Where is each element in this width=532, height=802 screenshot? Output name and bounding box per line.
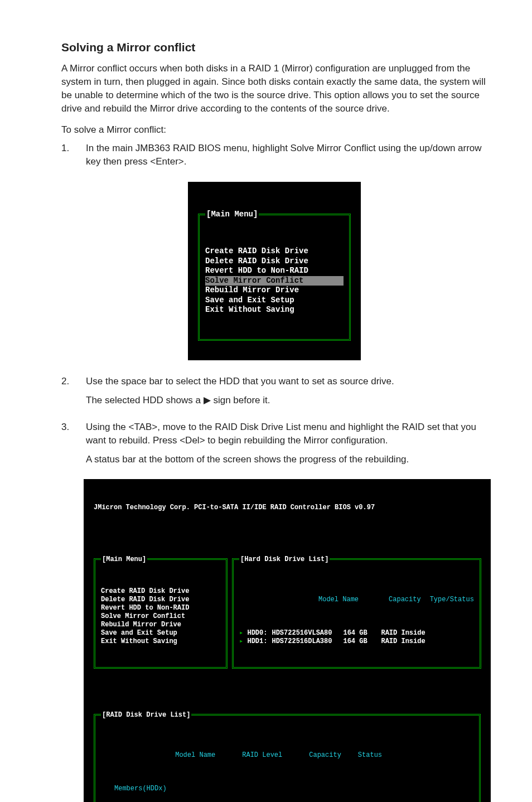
- menu-item: Rebuild Mirror Drive: [205, 286, 344, 296]
- hdd-header-type: Type/Status: [430, 596, 474, 603]
- step-2-extra: The selected HDD shows a ▶ sign before i…: [86, 394, 487, 407]
- step-3-number: 3.: [61, 421, 86, 471]
- menu-item: Rebuild Mirror Drive: [101, 621, 220, 629]
- menu-item: Create RAID Disk Drive: [205, 247, 344, 257]
- menu-item: Delete RAID Disk Drive: [101, 596, 220, 604]
- hdd-list-title: [Hard Disk Drive List]: [239, 555, 330, 564]
- hdd-row: ▸ HDD0:HDS722516VLSA80164 GBRAID Inside: [239, 629, 474, 637]
- triangle-icon: ▸: [239, 637, 243, 646]
- step-3-text: Using the <TAB>, move to the RAID Disk D…: [86, 421, 487, 447]
- menu-item: Revert HDD to Non-RAID: [205, 266, 344, 276]
- main-menu-panel: [Main Menu] Create RAID Disk DriveDelete…: [94, 558, 228, 669]
- menu-item: Solve Mirror Conflict: [205, 276, 344, 286]
- hdd-list-panel: [Hard Disk Drive List] Model NameCapacit…: [232, 558, 481, 669]
- step-2-number: 2.: [61, 375, 86, 413]
- raid-list-title: [RAID Disk Drive List]: [101, 711, 191, 719]
- hdd-row: ▸ HDD1:HDS722516DLA380164 GBRAID Inside: [239, 637, 474, 646]
- step-2-text: Use the space bar to select the HDD that…: [86, 375, 487, 388]
- step-3: 3. Using the <TAB>, move to the RAID Dis…: [61, 421, 487, 471]
- hdd-header-capacity: Capacity: [389, 596, 421, 603]
- menu-item: Revert HDD to Non-RAID: [101, 604, 220, 612]
- bios-header: JMicron Technology Corp. PCI-to-SATA II/…: [94, 504, 481, 512]
- raid-header-model: Model Name: [175, 751, 215, 759]
- raid-list-panel: [RAID Disk Drive List] Model NameRAID Le…: [94, 714, 481, 802]
- menu-item: Delete RAID Disk Drive: [205, 257, 344, 267]
- raid-members-label: Members(HDDx): [101, 785, 473, 793]
- menu-item: Solve Mirror Conflict: [101, 612, 220, 621]
- main-menu-title: [Main Menu]: [205, 210, 259, 220]
- step-1: 1. In the main JMB363 RAID BIOS menu, hi…: [61, 142, 487, 174]
- main-menu-box: [Main Menu] Create RAID Disk DriveDelete…: [198, 214, 351, 341]
- raid-header-capacity: Capacity: [309, 751, 341, 759]
- main-menu-terminal: [Main Menu] Create RAID Disk DriveDelete…: [188, 182, 361, 361]
- menu-item: Save and Exit Setup: [205, 296, 344, 306]
- step-3-extra: A status bar at the bottom of the screen…: [86, 453, 487, 466]
- intro-paragraph: A Mirror conflict occurs when both disks…: [61, 62, 487, 115]
- menu-item: Exit Without Saving: [205, 305, 344, 315]
- menu-item: Create RAID Disk Drive: [101, 587, 220, 596]
- raid-header-level: RAID Level: [242, 751, 282, 759]
- menu-item: Exit Without Saving: [101, 637, 220, 646]
- lead-line: To solve a Mirror conflict:: [61, 123, 487, 137]
- raid-controller-terminal: JMicron Technology Corp. PCI-to-SATA II/…: [84, 479, 491, 802]
- step-2: 2. Use the space bar to select the HDD t…: [61, 375, 487, 413]
- raid-header-status: Status: [358, 751, 382, 759]
- triangle-icon: ▸: [239, 629, 243, 637]
- main-menu-panel-title: [Main Menu]: [101, 555, 147, 564]
- step-1-text: In the main JMB363 RAID BIOS menu, highl…: [86, 142, 487, 168]
- step-1-number: 1.: [61, 142, 86, 174]
- section-title: Solving a Mirror conflict: [61, 39, 487, 55]
- hdd-header-model: Model Name: [318, 596, 359, 603]
- menu-item: Save and Exit Setup: [101, 629, 220, 637]
